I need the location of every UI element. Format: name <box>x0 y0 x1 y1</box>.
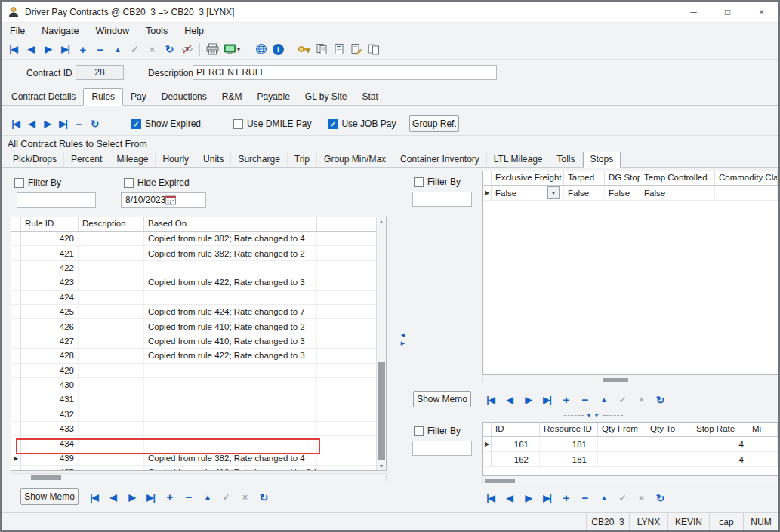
menu-item-window[interactable]: Window <box>88 24 137 38</box>
left-nav-up-button[interactable]: ▲ <box>199 489 215 505</box>
cell-dg-stop[interactable]: False <box>605 186 640 200</box>
rule-row-420[interactable]: 420Copied from rule 382; Rate changed to… <box>11 232 386 246</box>
group-ref-button[interactable]: Group Ref. <box>409 115 459 132</box>
stops-nav-refresh-button[interactable]: ↻ <box>652 392 668 407</box>
cell-temp-controlled[interactable]: False <box>640 186 715 200</box>
col-resource-id[interactable]: Resource ID <box>540 423 598 436</box>
tab-contract-details[interactable]: Contract Details <box>4 89 83 105</box>
toolbar-move-up-button[interactable]: ▲ <box>109 41 126 58</box>
cell-description[interactable] <box>79 232 144 245</box>
cell-exclusive-freight[interactable]: False▼ <box>492 186 564 200</box>
cell-rule-id[interactable]: 439 <box>21 451 79 465</box>
description-field[interactable] <box>193 65 497 80</box>
cell-based-on[interactable]: Copied from rule 424; Rate changed to 7 <box>144 305 317 318</box>
scroll-down-icon[interactable]: ▼ <box>377 463 386 469</box>
cell-based-on[interactable] <box>144 392 317 406</box>
toolbar-post-button[interactable]: ✓ <box>126 41 143 58</box>
col-dg-stop[interactable]: DG Stop <box>605 171 640 185</box>
col-id[interactable]: ID <box>492 423 540 436</box>
cell-stop-rate[interactable]: 4 <box>692 452 748 466</box>
tab-stops[interactable]: Stops <box>583 152 621 168</box>
resources-nav-prior-button[interactable]: ◀ <box>501 490 517 506</box>
rules-grid-hscrollbar[interactable] <box>11 473 387 481</box>
contract-id-field[interactable] <box>76 65 124 80</box>
tab-deductions[interactable]: Deductions <box>154 89 214 105</box>
tab-gl-by-site[interactable]: GL by Site <box>298 89 355 105</box>
col-qty-from[interactable]: Qty From <box>598 423 646 436</box>
menu-item-help[interactable]: Help <box>176 24 212 38</box>
scroll-thumb[interactable] <box>603 378 628 382</box>
rule-row-432[interactable]: 432 <box>11 407 386 422</box>
tab-pick-drops[interactable]: Pick/Drops <box>6 152 64 167</box>
resources-nav-refresh-button[interactable]: ↻ <box>652 490 668 506</box>
left-show-memo-button[interactable]: Show Memo <box>20 488 79 505</box>
info-icon[interactable] <box>270 41 287 58</box>
tab-pay[interactable]: Pay <box>123 89 154 105</box>
tab-container-inventory[interactable]: Container Inventory <box>393 152 487 167</box>
left-nav-prior-button[interactable]: ◀ <box>105 489 121 505</box>
toolbar-last-button[interactable]: ▶| <box>57 41 74 58</box>
tab-rm[interactable]: R&M <box>214 89 250 105</box>
stops-nav-post-button[interactable]: ✓ <box>615 392 630 407</box>
cell-description[interactable] <box>79 334 144 348</box>
splitter-left-icon[interactable]: ◀ <box>401 332 405 338</box>
stops-nav-cancel-button[interactable]: × <box>634 392 649 407</box>
tab-tolls[interactable]: Tolls <box>550 152 583 167</box>
display-dropdown-icon[interactable]: ▼ <box>236 46 242 53</box>
stops-nav-insert-button[interactable]: + <box>558 392 574 407</box>
cell-rule-id[interactable]: 422 <box>21 261 79 275</box>
toolbar-delete-button[interactable]: − <box>91 41 109 58</box>
cell-rule-id[interactable]: 426 <box>21 319 79 333</box>
copy-icon[interactable] <box>313 41 330 58</box>
close-button[interactable]: × <box>745 2 778 22</box>
rule-row-423[interactable]: 423Copied from rule 422; Rate changed to… <box>11 275 386 290</box>
stops-nav-next-button[interactable]: ▶ <box>520 392 536 407</box>
cell-rule-id[interactable]: 431 <box>21 392 79 406</box>
rule-row-429[interactable]: 429 <box>11 364 386 378</box>
left-nav-cancel-button[interactable]: × <box>237 489 253 505</box>
tab-trip[interactable]: Trip <box>288 152 317 167</box>
cell-qty-from[interactable] <box>598 437 646 451</box>
cell-description[interactable] <box>79 305 144 318</box>
toolbar-insert-button[interactable]: + <box>74 41 91 58</box>
cell-rule-id[interactable]: 423 <box>21 275 79 289</box>
cell-rule-id[interactable]: 424 <box>21 291 79 304</box>
toolbar-first-button[interactable]: |◀ <box>5 41 22 58</box>
rule-row-424[interactable]: 424 <box>11 291 386 305</box>
cell-qty-to[interactable] <box>646 437 692 451</box>
rules-grid-vscrollbar[interactable]: ▲ ▼ <box>376 217 386 470</box>
cell-resource-id[interactable]: 181 <box>540 452 598 466</box>
col-tarped[interactable]: Tarped <box>564 171 605 185</box>
toolbar-prior-button[interactable]: ◀ <box>22 41 39 58</box>
cell-description[interactable] <box>79 291 144 304</box>
scroll-thumb[interactable] <box>31 475 61 480</box>
cell-description[interactable] <box>79 246 144 260</box>
col-qty-to[interactable]: Qty To <box>646 423 692 436</box>
cell-qty-to[interactable] <box>646 452 692 466</box>
cell-id[interactable]: 162 <box>492 452 540 466</box>
resources-grid-hscrollbar[interactable] <box>482 478 778 484</box>
stops-nav-first-button[interactable]: |◀ <box>482 392 498 407</box>
edit-memo-icon[interactable] <box>347 41 365 58</box>
tab-payable[interactable]: Payable <box>249 89 297 105</box>
stops-show-memo-button[interactable]: Show Memo <box>413 391 471 407</box>
col-description[interactable]: Description <box>79 217 144 231</box>
rule-row-434[interactable]: 434 <box>11 436 386 451</box>
left-nav-delete-button[interactable]: − <box>180 489 196 505</box>
resources-nav-up-button[interactable]: ▲ <box>596 490 612 506</box>
cell-description[interactable] <box>79 349 144 362</box>
cell-based-on[interactable]: Copied from rule 422; Rate changed to 3 <box>144 275 317 289</box>
col-exclusive-freight[interactable]: Exclusive Freight <box>492 171 564 185</box>
tab-rules[interactable]: Rules <box>83 88 123 106</box>
cell-based-on[interactable] <box>144 407 317 421</box>
rule-row-431[interactable]: 431 <box>11 392 386 407</box>
rule-row-430[interactable]: 430 <box>11 378 386 392</box>
cell-description[interactable] <box>79 466 144 471</box>
cell-based-on[interactable]: Copied from rule 382; Rate changed to 4 <box>144 451 317 465</box>
use-dmile-pay-checkbox[interactable] <box>233 119 243 129</box>
rule-row-426[interactable]: 426Copied from rule 410; Rate changed to… <box>11 319 386 334</box>
tab-percent[interactable]: Percent <box>64 152 109 167</box>
cell-based-on[interactable]: Copied from rule 382; Rate changed to 2 <box>144 246 317 260</box>
col-mi[interactable]: Mi <box>748 423 778 436</box>
stops-nav-prior-button[interactable]: ◀ <box>501 392 517 407</box>
